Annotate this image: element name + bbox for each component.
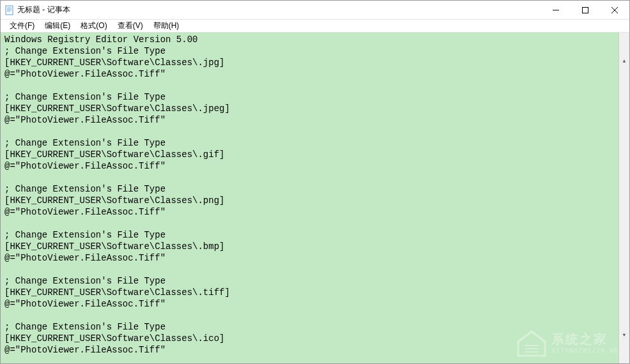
watermark-text-en: XITONGZHIJIA.NET	[551, 347, 623, 355]
watermark: 系统之家 XITONGZHIJIA.NET	[516, 329, 623, 358]
scroll-down-arrow-icon[interactable]: ▼	[619, 330, 629, 340]
editor-content: Windows Registry Editor Version 5.00 ; C…	[4, 34, 230, 355]
watermark-house-icon	[516, 329, 548, 358]
vertical-scrollbar[interactable]: ▲ ▼	[618, 33, 629, 363]
editor-area[interactable]: Windows Registry Editor Version 5.00 ; C…	[1, 33, 629, 363]
menu-edit[interactable]: 编辑(E)	[40, 19, 75, 33]
notepad-icon	[4, 5, 15, 15]
svg-rect-6	[583, 7, 588, 13]
titlebar[interactable]: 无标题 - 记事本	[1, 1, 629, 20]
window-title: 无标题 - 记事本	[17, 4, 541, 15]
window: 无标题 - 记事本 文件(F) 编辑(E) 格式(O) 查看(V) 帮助(H) …	[0, 0, 630, 364]
window-controls	[541, 1, 629, 19]
menu-file[interactable]: 文件(F)	[4, 19, 40, 33]
close-button[interactable]	[600, 1, 629, 19]
maximize-button[interactable]	[571, 1, 600, 19]
scroll-up-arrow-icon[interactable]: ▲	[619, 56, 629, 66]
minimize-button[interactable]	[541, 1, 571, 19]
menubar: 文件(F) 编辑(E) 格式(O) 查看(V) 帮助(H)	[1, 20, 629, 33]
menu-help[interactable]: 帮助(H)	[148, 19, 185, 33]
menu-format[interactable]: 格式(O)	[75, 19, 112, 33]
menu-view[interactable]: 查看(V)	[112, 19, 148, 33]
watermark-text-cn: 系统之家	[551, 333, 623, 347]
